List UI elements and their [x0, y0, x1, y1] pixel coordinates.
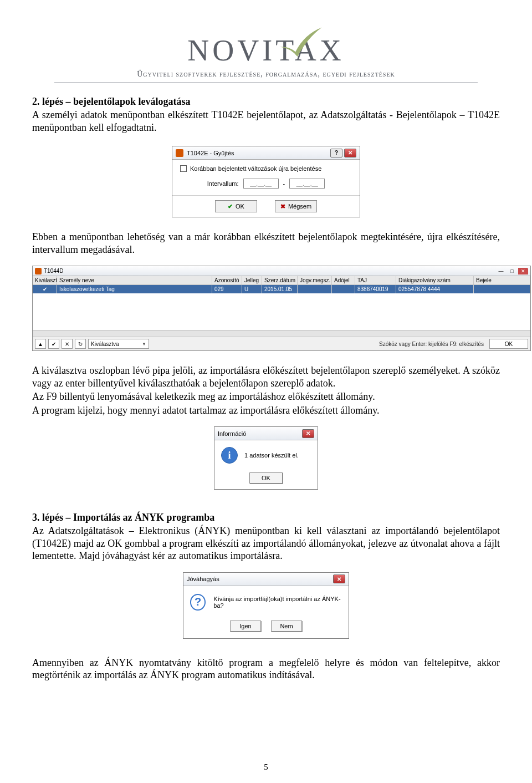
ok-button[interactable]: ✔ OK — [215, 200, 257, 212]
col-adojel[interactable]: Adójel — [332, 276, 355, 284]
no-button[interactable]: Nem — [271, 621, 302, 632]
step3-paragraph-1: Az Adatszolgáltatások – Elektronikus (ÁN… — [32, 525, 500, 562]
col-kivalasztva[interactable]: Kiválasztva — [33, 276, 57, 284]
accept-button[interactable]: ✔ — [48, 339, 59, 349]
window-footer: ▲ ✔ ✕ ↻ Kiválasztva ▼ Szóköz vagy Enter:… — [33, 337, 530, 350]
app-icon — [176, 149, 183, 157]
refresh-button[interactable]: ↻ — [75, 339, 86, 349]
col-bejele[interactable]: Bejele — [474, 276, 530, 284]
header-divider — [54, 82, 478, 83]
dialog-title-text: T1042E - Gyűjtés — [187, 150, 234, 156]
ok-button[interactable]: OK — [489, 339, 528, 349]
step2-heading: 2. lépés – bejelentőlapok leválogatása — [32, 96, 500, 108]
help-button[interactable]: ? — [330, 149, 342, 157]
window-t1044d: T1044D — □ ✕ Kiválasztva Személy neve Az… — [32, 266, 531, 351]
dialog-titlebar: Jóváhagyás ✕ — [183, 573, 349, 586]
col-szerz-datum[interactable]: Szerz.dátum — [262, 276, 298, 284]
page-header: NOVITAX Ügyviteli szoftverek fejlesztése… — [32, 33, 500, 83]
checkmark-icon: ✔ — [43, 286, 47, 292]
reject-button[interactable]: ✕ — [62, 339, 73, 349]
filter-select[interactable]: Kiválasztva ▼ — [88, 339, 149, 349]
close-icon: ✖ — [280, 203, 285, 210]
dialog-t1042e-gyujtes: T1042E - Gyűjtés ? ✕ Korábban bejelentet… — [172, 146, 360, 217]
dialog-informacio: Információ ✕ i 1 adatsor készült el. OK — [214, 426, 318, 490]
col-jelleg[interactable]: Jelleg — [242, 276, 262, 284]
step2-paragraph-4: Az F9 billentyű lenyomásával keletkezik … — [32, 390, 500, 403]
window-title-text: T1044D — [44, 268, 64, 274]
table-row[interactable]: ✔ Iskolaszövetkezeti Tag 029 U 2015.01.0… — [33, 285, 530, 293]
close-button[interactable]: ✕ — [518, 268, 528, 274]
question-icon: ? — [190, 594, 206, 611]
dialog-jovahagyas: Jóváhagyás ✕ ? Kívánja az importfájl(oka… — [183, 572, 349, 639]
step2-paragraph-5: A program kijelzi, hogy mennyi adatot ta… — [32, 404, 500, 417]
dialog-titlebar: Információ ✕ — [214, 427, 318, 440]
window-titlebar: T1044D — □ ✕ — [33, 266, 530, 276]
maximize-button[interactable]: □ — [507, 268, 517, 274]
table-empty-area — [33, 293, 530, 330]
dialog-title-text: Információ — [218, 430, 246, 437]
page-number: 5 — [0, 762, 532, 772]
minimize-button[interactable]: — — [496, 268, 506, 274]
footer-hint: Szóköz vagy Enter: kijelölés F9: elkészí… — [376, 341, 487, 347]
step3-heading: 3. lépés – Importálás az ÁNYK programba — [32, 512, 500, 523]
interval-label: Intervallum: — [207, 180, 239, 187]
col-diakigazolvany[interactable]: Diákigazolvány szám — [396, 276, 474, 284]
step2-paragraph-1: A személyi adatok menüpontban elkészítet… — [32, 109, 500, 134]
col-jogv-megsz[interactable]: Jogv.megsz. — [298, 276, 332, 284]
step2-paragraph-2: Ebben a menüpontban lehetőség van a már … — [32, 231, 500, 256]
table-header-row: Kiválasztva Személy neve Azonosító Jelle… — [33, 276, 530, 285]
close-button[interactable]: ✕ — [302, 429, 314, 438]
step2-paragraph-3: A kiválasztva oszlopban lévő pipa jelöli… — [32, 364, 500, 389]
check-icon: ✔ — [228, 203, 233, 210]
brand-logo: NOVITAX — [187, 33, 345, 68]
up-arrow-button[interactable]: ▲ — [35, 339, 46, 349]
close-button[interactable]: ✕ — [344, 149, 356, 157]
checkbox-korabban-bejelentett[interactable] — [180, 165, 187, 172]
close-button[interactable]: ✕ — [333, 574, 345, 583]
interval-to-input[interactable]: __.__.__ — [289, 179, 325, 189]
info-message: 1 adatsor készült el. — [244, 452, 299, 459]
closing-paragraph: Amennyiben az ÁNYK nyomtatvány kitöltő p… — [32, 657, 500, 682]
horizontal-scrollbar[interactable] — [33, 330, 530, 337]
app-icon — [35, 268, 42, 274]
info-icon: i — [221, 447, 238, 464]
col-szemely-neve[interactable]: Személy neve — [57, 276, 212, 284]
col-azonosito[interactable]: Azonosító — [212, 276, 242, 284]
yes-button[interactable]: Igen — [230, 621, 261, 632]
ok-button[interactable]: OK — [249, 472, 283, 484]
chevron-down-icon: ▼ — [142, 342, 146, 347]
col-taj[interactable]: TAJ — [355, 276, 396, 284]
brand-tagline: Ügyviteli szoftverek fejlesztése, forgal… — [32, 70, 500, 79]
check-swoosh-icon — [276, 24, 325, 59]
interval-from-input[interactable]: __.__.__ — [243, 179, 279, 189]
confirm-message: Kívánja az importfájl(oka)t importálni a… — [213, 596, 342, 609]
checkbox-label: Korábban bejelentett változások újra bej… — [190, 165, 321, 172]
cancel-button[interactable]: ✖ Mégsem — [275, 200, 317, 212]
dialog-title-text: Jóváhagyás — [187, 576, 219, 582]
dialog-titlebar: T1042E - Gyűjtés ? ✕ — [172, 146, 360, 160]
